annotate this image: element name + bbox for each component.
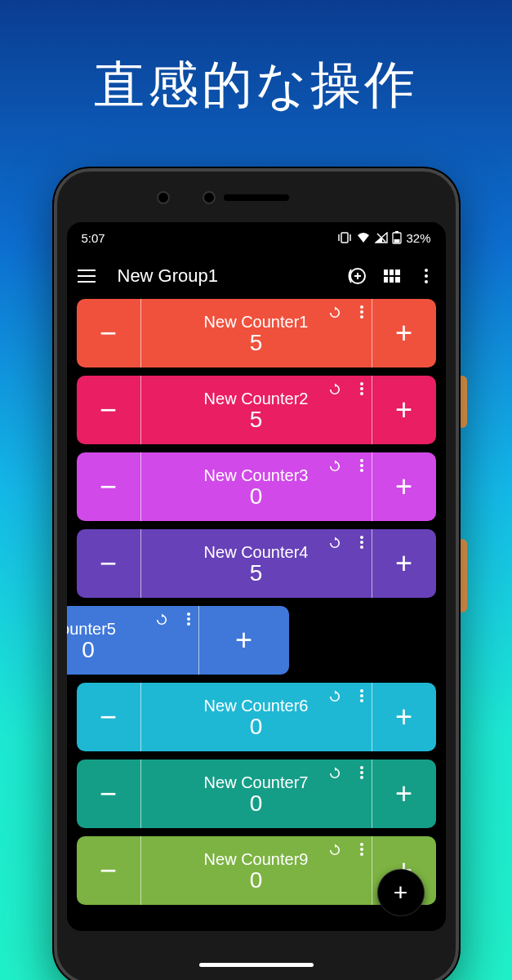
counter-name: New Counter6	[204, 697, 309, 715]
counter-row: −New Counter60+	[77, 683, 436, 751]
decrement-button[interactable]: −	[77, 299, 140, 368]
counter-row: ounter50+	[67, 606, 289, 675]
grid-view-button[interactable]	[382, 266, 402, 286]
grid-icon	[384, 270, 400, 283]
reset-button[interactable]	[327, 689, 342, 707]
counter-value: 0	[250, 792, 263, 815]
counter-list: −New Counter15+−New Counter25+−New Count…	[67, 299, 446, 905]
battery-icon	[392, 231, 402, 244]
counter-row: −New Counter25+	[77, 376, 436, 444]
counter-body[interactable]: New Counter90	[140, 836, 372, 905]
wifi-icon	[356, 232, 371, 243]
counter-row: −New Counter30+	[77, 452, 436, 521]
counter-name: New Counter1	[204, 313, 309, 332]
counter-menu-button[interactable]	[360, 305, 363, 318]
decrement-button[interactable]: −	[77, 376, 140, 444]
counter-name: New Counter7	[204, 773, 309, 792]
phone-side-button	[457, 376, 467, 428]
plus-icon: +	[394, 879, 408, 906]
increment-button[interactable]: +	[199, 606, 289, 675]
counter-row: −New Counter70+	[77, 760, 436, 828]
counter-body[interactable]: New Counter45	[140, 529, 372, 598]
decrement-button[interactable]: −	[77, 452, 140, 521]
menu-button[interactable]	[77, 266, 96, 286]
add-circle-icon	[348, 266, 367, 286]
nav-gesture-bar	[199, 963, 314, 967]
reset-button[interactable]	[327, 459, 342, 477]
speaker-grille	[224, 194, 289, 201]
counter-name: New Counter3	[204, 466, 309, 485]
increment-button[interactable]: +	[372, 760, 436, 828]
counter-menu-button[interactable]	[187, 612, 190, 626]
camera-icon	[157, 191, 170, 204]
promo-headline: 直感的な操作	[0, 0, 512, 119]
counter-row: −New Counter45+	[77, 529, 436, 598]
increment-button[interactable]: +	[372, 299, 436, 368]
svg-rect-6	[394, 239, 400, 243]
app-bar: New Group1	[67, 253, 446, 299]
counter-body[interactable]: ounter50	[67, 606, 199, 675]
vibrate-icon	[337, 232, 352, 243]
reset-button[interactable]	[327, 382, 342, 400]
signal-icon	[375, 232, 388, 243]
counter-row: −New Counter15+	[77, 299, 436, 368]
increment-button[interactable]: +	[372, 376, 436, 444]
hamburger-icon	[78, 270, 96, 283]
counter-body[interactable]: New Counter60	[140, 683, 372, 751]
counter-menu-button[interactable]	[360, 766, 363, 779]
overflow-menu-button[interactable]	[416, 266, 436, 286]
counter-value: 0	[250, 869, 263, 892]
counter-menu-button[interactable]	[360, 689, 363, 702]
counter-name: New Counter4	[204, 543, 309, 562]
status-bar: 5:07 32%	[67, 222, 446, 253]
svg-rect-5	[395, 231, 398, 233]
counter-name: New Counter9	[204, 850, 309, 869]
svg-rect-0	[341, 233, 348, 243]
battery-percent: 32%	[406, 231, 430, 245]
reset-button[interactable]	[327, 766, 342, 784]
counter-value: 5	[250, 408, 263, 431]
increment-button[interactable]: +	[372, 683, 436, 751]
phone-screen: 5:07 32% New Group1 −Ne	[67, 222, 446, 931]
decrement-button[interactable]: −	[77, 683, 140, 751]
phone-frame: 5:07 32% New Group1 −Ne	[54, 168, 459, 980]
counter-body[interactable]: New Counter15	[140, 299, 372, 368]
decrement-button[interactable]: −	[77, 529, 140, 598]
counter-name: New Counter2	[204, 390, 309, 408]
reset-button[interactable]	[327, 536, 342, 554]
counter-body[interactable]: New Counter70	[140, 760, 372, 828]
reset-button[interactable]	[327, 305, 342, 323]
counter-value: 5	[250, 332, 263, 354]
increment-button[interactable]: +	[372, 529, 436, 598]
counter-value: 5	[250, 562, 263, 585]
counter-menu-button[interactable]	[360, 459, 363, 472]
counter-menu-button[interactable]	[360, 536, 363, 549]
fab-add-button[interactable]: +	[377, 869, 425, 916]
increment-button[interactable]: +	[372, 452, 436, 521]
counter-value: 0	[82, 639, 95, 662]
counter-menu-button[interactable]	[360, 843, 363, 856]
more-vert-icon	[425, 269, 428, 283]
status-time: 5:07	[82, 231, 105, 245]
decrement-button[interactable]: −	[77, 836, 140, 905]
counter-value: 0	[250, 485, 263, 508]
counter-body[interactable]: New Counter30	[140, 452, 372, 521]
counter-value: 0	[250, 715, 263, 738]
camera-icon	[203, 191, 216, 204]
counter-menu-button[interactable]	[360, 382, 363, 395]
decrement-button[interactable]: −	[77, 760, 140, 828]
counter-name: ounter5	[67, 620, 116, 639]
app-title: New Group1	[118, 265, 333, 287]
counter-body[interactable]: New Counter25	[140, 376, 372, 444]
reset-button[interactable]	[154, 612, 169, 630]
phone-side-button	[457, 539, 467, 612]
reset-button[interactable]	[327, 843, 342, 861]
add-circle-button[interactable]	[348, 266, 367, 286]
